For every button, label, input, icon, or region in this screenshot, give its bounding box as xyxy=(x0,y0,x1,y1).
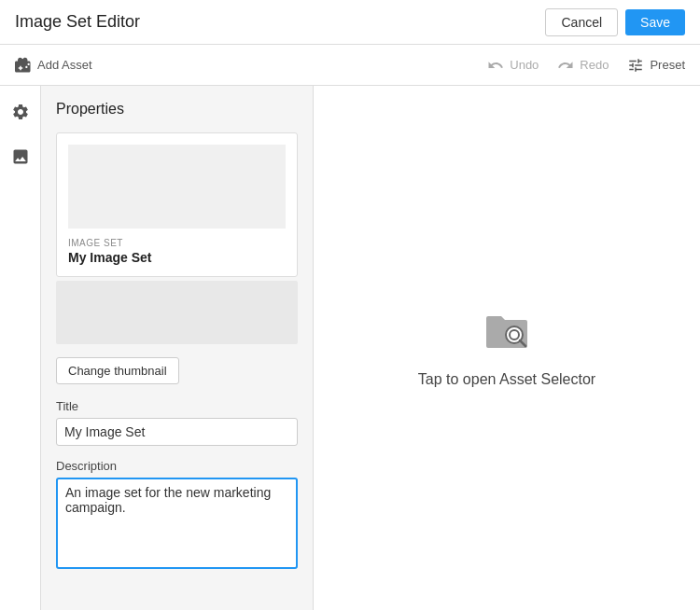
redo-icon xyxy=(557,57,574,74)
add-asset-icon xyxy=(15,57,32,74)
panel-title: Properties xyxy=(56,101,298,118)
settings-sidebar-item[interactable] xyxy=(6,97,35,127)
header: Image Set Editor Cancel Save xyxy=(0,0,700,45)
add-asset-label: Add Asset xyxy=(37,58,92,72)
undo-button[interactable]: Undo xyxy=(487,57,539,74)
thumbnail-label: IMAGE SET xyxy=(68,238,286,248)
undo-icon xyxy=(487,57,504,74)
preset-label: Preset xyxy=(650,58,685,72)
properties-panel: Properties IMAGE SET My Image Set Change… xyxy=(41,86,314,610)
toolbar-right: Undo Redo Preset xyxy=(487,57,685,74)
save-button[interactable]: Save xyxy=(625,9,685,35)
image-sidebar-item[interactable] xyxy=(6,142,35,172)
main-layout: Properties IMAGE SET My Image Set Change… xyxy=(0,86,700,610)
preset-icon xyxy=(627,57,644,74)
thumbnail-image xyxy=(68,145,286,229)
asset-selector-text: Tap to open Asset Selector xyxy=(418,371,595,388)
image-icon xyxy=(11,147,30,166)
header-actions: Cancel Save xyxy=(545,8,685,36)
page-title: Image Set Editor xyxy=(15,12,140,32)
redo-label: Redo xyxy=(580,58,609,72)
title-label: Title xyxy=(56,399,298,413)
redo-button[interactable]: Redo xyxy=(557,57,609,74)
toolbar: Add Asset Undo Redo Preset xyxy=(0,45,700,86)
thumbnail-name: My Image Set xyxy=(68,250,286,265)
thumbnail-card: IMAGE SET My Image Set xyxy=(56,132,298,277)
content-area[interactable]: Tap to open Asset Selector xyxy=(314,86,700,610)
title-input[interactable] xyxy=(56,418,298,446)
thumbnail-placeholder xyxy=(56,281,298,344)
cancel-button[interactable]: Cancel xyxy=(545,8,618,36)
description-textarea[interactable] xyxy=(56,478,298,569)
description-label: Description xyxy=(56,459,298,473)
change-thumbnail-button[interactable]: Change thumbnail xyxy=(56,357,179,384)
preset-button[interactable]: Preset xyxy=(627,57,685,74)
settings-icon xyxy=(11,103,30,121)
icon-sidebar xyxy=(0,86,41,610)
asset-selector-icon xyxy=(483,309,531,360)
add-asset-button[interactable]: Add Asset xyxy=(15,57,92,74)
undo-label: Undo xyxy=(510,58,539,72)
